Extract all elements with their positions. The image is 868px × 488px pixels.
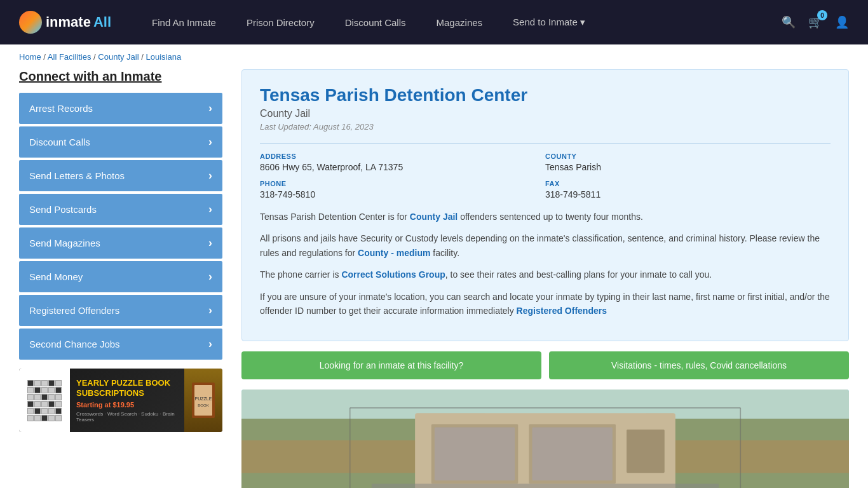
header-icons: 🔍 🛒 0 👤: [782, 15, 849, 29]
chevron-right-icon: ›: [208, 304, 212, 317]
chevron-right-icon: ›: [208, 203, 212, 216]
facility-description: Tensas Parish Detention Center is for Co…: [260, 210, 831, 318]
sidebar-item-arrest-records[interactable]: Arrest Records ›: [19, 93, 222, 124]
sidebar-item-label: Discount Calls: [29, 137, 90, 147]
svg-text:PUZZLE: PUZZLE: [195, 396, 212, 401]
ad-price: Starting at $19.95: [76, 401, 178, 409]
chevron-right-icon: ›: [208, 337, 212, 351]
sidebar-item-send-letters[interactable]: Send Letters & Photos ›: [19, 160, 222, 191]
ad-book-image: PUZZLE BOOK: [184, 369, 222, 432]
desc-para-3: The phone carrier is Correct Solutions G…: [260, 268, 831, 281]
county-value: Tensas Parish: [545, 162, 831, 172]
county-jail-link[interactable]: County Jail: [410, 212, 458, 222]
nav-prison-directory[interactable]: Prison Directory: [231, 0, 330, 44]
svg-rect-10: [627, 430, 665, 473]
desc-para-4: If you are unsure of your inmate's locat…: [260, 290, 831, 318]
logo[interactable]: inmateAll: [19, 11, 111, 34]
phone-label: PHONE: [260, 180, 545, 187]
svg-rect-13: [372, 484, 719, 488]
desc-para-1: Tensas Parish Detention Center is for Co…: [260, 210, 831, 224]
svg-rect-12: [532, 428, 613, 481]
nav-discount-calls[interactable]: Discount Calls: [330, 0, 421, 44]
breadcrumb-county-jail[interactable]: County Jail: [98, 52, 139, 62]
ad-puzzle-image: [19, 369, 70, 432]
svg-rect-11: [435, 428, 515, 481]
fax-value: 318-749-5811: [545, 189, 831, 200]
cart-badge: 0: [817, 10, 827, 20]
main-layout: Connect with an Inmate Arrest Records › …: [0, 69, 868, 488]
sidebar-item-label: Send Postcards: [29, 204, 97, 215]
sidebar-item-second-chance-jobs[interactable]: Second Chance Jobs ›: [19, 329, 222, 360]
logo-text-all: All: [93, 14, 111, 30]
sidebar: Connect with an Inmate Arrest Records › …: [19, 69, 222, 488]
header: inmateAll Find An Inmate Prison Director…: [0, 0, 868, 44]
user-icon[interactable]: 👤: [835, 15, 849, 29]
ad-content: Yearly Puzzle BookSubscriptions Starting…: [19, 369, 222, 432]
breadcrumb-all-facilities[interactable]: All Facilities: [48, 52, 92, 62]
phone-block: PHONE 318-749-5810: [260, 180, 545, 200]
phone-value: 318-749-5810: [260, 189, 545, 200]
chevron-right-icon: ›: [208, 102, 212, 115]
sidebar-menu: Arrest Records › Discount Calls › Send L…: [19, 93, 222, 360]
cart-icon[interactable]: 🛒 0: [808, 15, 822, 29]
search-icon[interactable]: 🔍: [782, 15, 796, 29]
chevron-right-icon: ›: [208, 169, 212, 182]
ad-title: Yearly Puzzle BookSubscriptions: [76, 378, 178, 398]
nav-send-to-inmate[interactable]: Send to Inmate ▾: [498, 0, 600, 44]
chevron-right-icon: ›: [208, 135, 212, 149]
breadcrumb: Home / All Facilities / County Jail / Lo…: [0, 44, 868, 69]
fax-block: FAX 318-749-5811: [545, 180, 831, 200]
sidebar-item-discount-calls[interactable]: Discount Calls ›: [19, 126, 222, 158]
action-buttons: Looking for an inmate at this facility? …: [241, 351, 849, 379]
sidebar-item-label: Arrest Records: [29, 103, 93, 114]
county-block: COUNTY Tensas Parish: [545, 152, 831, 172]
aerial-image: [241, 390, 849, 488]
address-label: ADDRESS: [260, 152, 545, 160]
breadcrumb-state[interactable]: Louisiana: [146, 52, 181, 62]
chevron-right-icon: ›: [208, 236, 212, 250]
nav-magazines[interactable]: Magazines: [421, 0, 498, 44]
main-content: Tensas Parish Detention Center County Ja…: [241, 69, 849, 488]
facility-card: Tensas Parish Detention Center County Ja…: [241, 69, 849, 341]
desc-para-2: All prisons and jails have Security or C…: [260, 231, 831, 260]
county-medium-link[interactable]: County - medium: [358, 248, 430, 258]
looking-for-inmate-button[interactable]: Looking for an inmate at this facility?: [241, 351, 541, 379]
chevron-right-icon: ›: [208, 270, 212, 283]
sidebar-item-registered-offenders[interactable]: Registered Offenders ›: [19, 295, 222, 326]
facility-updated: Last Updated: August 16, 2023: [260, 122, 831, 132]
sidebar-item-label: Registered Offenders: [29, 305, 119, 316]
sidebar-item-send-money[interactable]: Send Money ›: [19, 261, 222, 292]
nav-find-inmate[interactable]: Find An Inmate: [137, 0, 231, 44]
sidebar-item-send-postcards[interactable]: Send Postcards ›: [19, 194, 222, 225]
main-nav: Find An Inmate Prison Directory Discount…: [137, 0, 756, 44]
fax-label: FAX: [545, 180, 831, 187]
sidebar-item-send-magazines[interactable]: Send Magazines ›: [19, 227, 222, 259]
breadcrumb-home[interactable]: Home: [19, 52, 41, 62]
visitations-button[interactable]: Visitations - times, rules, Covid cancel…: [549, 351, 849, 379]
sidebar-item-label: Send Magazines: [29, 238, 100, 248]
sidebar-ad[interactable]: Yearly Puzzle BookSubscriptions Starting…: [19, 369, 222, 432]
county-label: COUNTY: [545, 152, 831, 160]
ad-types: Crosswords · Word Search · Sudoku · Brai…: [76, 411, 178, 423]
facility-info-grid: ADDRESS 8606 Hwy 65, Waterproof, LA 7137…: [260, 143, 831, 200]
ad-text-area: Yearly Puzzle BookSubscriptions Starting…: [70, 373, 184, 427]
logo-icon: [19, 11, 42, 34]
sidebar-title: Connect with an Inmate: [19, 69, 222, 84]
registered-offenders-link[interactable]: Registered Offenders: [517, 306, 607, 316]
svg-text:BOOK: BOOK: [198, 403, 208, 407]
facility-type: County Jail: [260, 108, 831, 119]
address-block: ADDRESS 8606 Hwy 65, Waterproof, LA 7137…: [260, 152, 545, 172]
phone-carrier-link[interactable]: Correct Solutions Group: [341, 269, 445, 280]
address-value: 8606 Hwy 65, Waterproof, LA 71375: [260, 162, 545, 172]
sidebar-item-label: Send Money: [29, 271, 83, 282]
sidebar-item-label: Send Letters & Photos: [29, 170, 125, 181]
logo-text-inmate: inmate: [46, 14, 91, 30]
facility-name: Tensas Parish Detention Center: [260, 85, 831, 105]
sidebar-item-label: Second Chance Jobs: [29, 339, 120, 349]
